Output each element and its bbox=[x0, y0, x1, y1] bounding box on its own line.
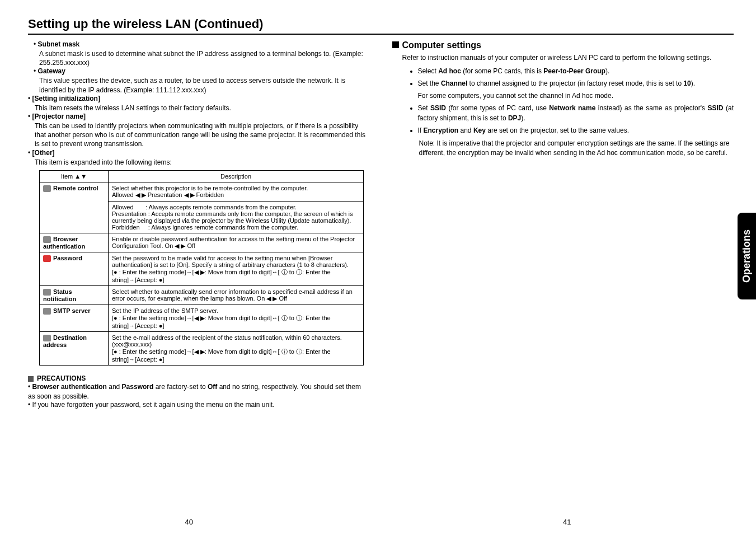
right-column: Computer settings Refer to instruction m… bbox=[392, 40, 734, 409]
row-browser-desc: Enable or disable password authenticatio… bbox=[109, 233, 364, 252]
forbidden-label: Forbidden bbox=[112, 224, 140, 231]
left-column: • Subnet mask A subnet mask is used to d… bbox=[28, 40, 370, 409]
row-remote-name: Remote control bbox=[53, 185, 98, 191]
gateway-label: Gateway bbox=[38, 67, 65, 75]
row-smtp-desc: Set the IP address of the SMTP server. bbox=[112, 307, 360, 314]
bullet-channel: Set the Channel to channel assigned to t… bbox=[418, 78, 734, 101]
other-text: This item is expanded into the following… bbox=[35, 158, 370, 167]
remote-icon bbox=[43, 185, 51, 192]
row-smtp-name: SMTP server bbox=[53, 307, 90, 314]
projector-name-text: This can be used to identify projectors … bbox=[35, 121, 370, 149]
gateway-text: This value specifies the device, such as… bbox=[39, 76, 370, 94]
bullet-adhoc: Select Ad hoc (for some PC cards, this i… bbox=[418, 66, 734, 76]
bullet-encryption: If Encryption and Key are set on the pro… bbox=[418, 125, 734, 135]
row-status-desc: Select whether to automatically send err… bbox=[109, 285, 364, 305]
remote-line1: Select whether this projector is to be r… bbox=[112, 185, 360, 191]
smtp-icon bbox=[43, 308, 51, 315]
page-title: Setting up the wireless LAN (Continued) bbox=[28, 17, 734, 35]
side-tab-operations: Operations bbox=[738, 213, 756, 299]
page-number-left: 40 bbox=[185, 518, 193, 526]
subnet-label: Subnet mask bbox=[38, 40, 80, 48]
other-label: [Other] bbox=[32, 149, 55, 157]
allowed-desc: : Always accepts remote commands from th… bbox=[145, 204, 297, 210]
remote-line2: Allowed ◀ ▶ Presentation ◀ ▶ Forbidden bbox=[112, 191, 360, 199]
setting-init-text: This item resets the wireless LAN settin… bbox=[35, 104, 370, 113]
row-dest-desc: Set the e-mail address of the recipient … bbox=[112, 334, 360, 348]
prec-and: and bbox=[107, 383, 122, 391]
prec-off: Off bbox=[208, 383, 217, 391]
settings-table: Item ▲▼ Description Remote control Selec… bbox=[39, 170, 364, 366]
right-intro: Refer to instruction manuals of your com… bbox=[402, 53, 734, 63]
password-icon bbox=[43, 255, 51, 262]
row-smtp-desc2: [● : Enter the setting mode]→[◀ ▶: Move … bbox=[112, 314, 360, 329]
page-number-right: 41 bbox=[563, 518, 571, 526]
allowed-label: Allowed bbox=[112, 204, 134, 210]
dest-icon bbox=[43, 335, 51, 341]
th-item: Item ▲▼ bbox=[40, 170, 109, 182]
channel-note: For some computers, you cannot set the c… bbox=[418, 91, 734, 101]
prec-password: Password bbox=[122, 383, 154, 391]
row-password-desc: Set the password to be made valid for ac… bbox=[112, 255, 360, 268]
th-desc: Description bbox=[109, 170, 364, 182]
presentation-label: Presentation bbox=[112, 210, 147, 217]
note-block: Note: It is imperative that the projecto… bbox=[419, 139, 734, 158]
forbidden-desc: : Always ignores remote commands from th… bbox=[148, 224, 298, 231]
row-dest-desc2: [● : Enter the setting mode]→[◀ ▶: Move … bbox=[112, 348, 360, 363]
prec-p2: If you have forgotten your password, set… bbox=[32, 401, 275, 409]
projector-name-label: [Projector name] bbox=[32, 113, 86, 120]
updown-icon: ▲▼ bbox=[74, 173, 87, 180]
row-password-name: Password bbox=[53, 255, 82, 261]
status-icon bbox=[43, 289, 51, 296]
prec-factory: are factory-set to bbox=[153, 383, 208, 391]
precautions-heading: PRECAUTIONS bbox=[28, 374, 370, 382]
presentation-desc: : Accepts remote commands only from the … bbox=[112, 210, 353, 224]
prec-browser: Browser authentication bbox=[32, 383, 107, 391]
bullet-ssid: Set SSID (for some types of PC card, use… bbox=[418, 103, 734, 123]
subnet-text: A subnet mask is used to determine what … bbox=[39, 49, 370, 67]
browser-icon bbox=[43, 236, 51, 243]
computer-settings-heading: Computer settings bbox=[392, 40, 734, 50]
setting-init-label: [Setting initialization] bbox=[32, 95, 100, 102]
row-password-desc2: [● : Enter the setting mode]→[◀ ▶: Move … bbox=[112, 268, 360, 283]
